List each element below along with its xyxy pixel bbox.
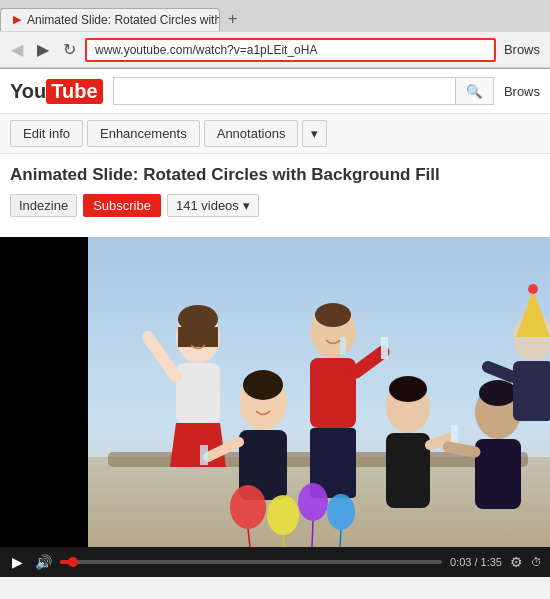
svg-line-40: [283, 535, 284, 547]
search-icon: 🔍: [466, 84, 483, 99]
tab-favicon: ▶: [13, 13, 21, 26]
new-tab-button[interactable]: +: [220, 7, 245, 31]
cc-icon[interactable]: ⏱: [531, 556, 542, 568]
enhancements-button[interactable]: Enhancements: [87, 120, 200, 147]
svg-rect-22: [386, 433, 430, 508]
video-title: Animated Slide: Rotated Circles with Bac…: [10, 164, 540, 186]
svg-point-35: [230, 485, 266, 529]
annotations-button[interactable]: Annotations: [204, 120, 299, 147]
svg-point-37: [298, 483, 328, 521]
search-wrap: 🔍: [113, 77, 494, 105]
active-tab[interactable]: ▶ Animated Slide: Rotated Circles with B…: [0, 8, 220, 31]
forward-button[interactable]: ▶: [32, 38, 54, 61]
more-options-dropdown[interactable]: ▾: [302, 120, 327, 147]
svg-point-16: [315, 303, 351, 327]
time-current: 0:03: [450, 556, 471, 568]
party-scene-svg: [88, 237, 550, 547]
address-bar-wrap: [85, 38, 496, 62]
svg-rect-15: [310, 358, 356, 428]
svg-point-36: [267, 495, 299, 535]
youtube-logo[interactable]: YouTube: [10, 79, 103, 104]
svg-rect-27: [475, 439, 521, 509]
tab-bar: ▶ Animated Slide: Rotated Circles with B…: [0, 0, 550, 32]
svg-rect-6: [178, 327, 218, 347]
subscribe-button[interactable]: Subscribe: [83, 194, 161, 217]
search-button[interactable]: 🔍: [455, 77, 494, 105]
logo-tube: Tube: [46, 79, 102, 104]
progress-dot: [68, 557, 78, 567]
svg-line-42: [340, 530, 341, 547]
tab-title: Animated Slide: Rotated Circles with Bac…: [27, 13, 220, 27]
video-controls: ▶ 🔊 0:03 / 1:35 ⚙ ⏱: [0, 547, 550, 577]
volume-icon: 🔊: [35, 554, 52, 570]
settings-icon[interactable]: ⚙: [510, 554, 523, 570]
svg-line-28: [448, 447, 475, 452]
nav-bar: ◀ ▶ ↻ Brows: [0, 32, 550, 68]
videos-count-label: 141 videos: [176, 198, 239, 213]
progress-fill: [60, 560, 74, 564]
video-player[interactable]: ▶ 🔊 0:03 / 1:35 ⚙ ⏱: [0, 237, 550, 577]
logo-you: You: [10, 80, 46, 103]
play-button[interactable]: ▶: [8, 552, 27, 572]
channel-name[interactable]: Indezine: [10, 194, 77, 217]
svg-point-26: [479, 380, 517, 406]
videos-count-dropdown[interactable]: 141 videos ▾: [167, 194, 259, 217]
svg-point-21: [389, 376, 427, 402]
nav-right-text: Brows: [500, 42, 544, 57]
svg-rect-32: [513, 361, 550, 421]
header-right: Brows: [504, 84, 540, 99]
svg-rect-18: [381, 337, 388, 359]
play-icon: ▶: [12, 554, 23, 570]
edit-info-button[interactable]: Edit info: [10, 120, 83, 147]
svg-rect-4: [176, 363, 220, 423]
time-total: 1:35: [481, 556, 502, 568]
back-button[interactable]: ◀: [6, 38, 28, 61]
search-input[interactable]: [113, 77, 455, 105]
videos-dropdown-icon: ▾: [243, 198, 250, 213]
video-toolbar: Edit info Enhancements Annotations ▾: [0, 114, 550, 154]
progress-track[interactable]: [60, 560, 442, 564]
svg-rect-13: [200, 445, 208, 465]
address-bar[interactable]: [85, 38, 496, 62]
progress-bar[interactable]: [60, 556, 442, 568]
svg-point-38: [327, 494, 355, 530]
video-content: Animated Slide: Rotated Circles with Bac…: [0, 154, 550, 237]
svg-rect-34: [340, 337, 346, 355]
svg-point-31: [528, 284, 538, 294]
time-display: 0:03 / 1:35: [450, 556, 502, 568]
youtube-header: YouTube 🔍 Brows: [0, 69, 550, 114]
svg-marker-8: [170, 423, 226, 467]
svg-point-10: [243, 370, 283, 400]
svg-line-41: [312, 521, 313, 547]
reload-button[interactable]: ↻: [58, 38, 81, 61]
channel-row: Indezine Subscribe 141 videos ▾: [10, 194, 540, 217]
